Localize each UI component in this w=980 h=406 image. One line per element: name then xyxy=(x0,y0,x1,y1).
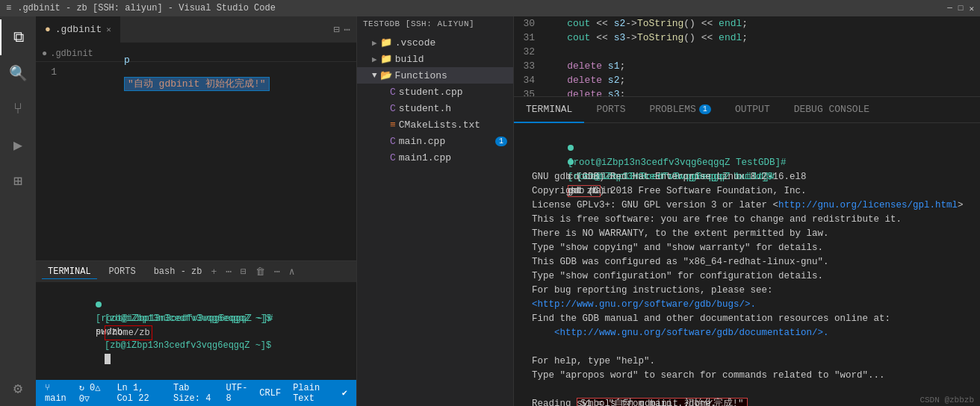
bash-label: bash - zb xyxy=(154,266,202,277)
more-actions-icon[interactable]: ⋯ xyxy=(344,23,350,36)
sidebar-item-maincpp[interactable]: C main.cpp 1 xyxy=(357,133,513,149)
maximize-button[interactable]: □ xyxy=(958,4,964,13)
sidebar-section: ▶ 📁 .vscode ▶ 📁 build ▼ 📂 Functions C st… xyxy=(357,33,513,167)
debug-icon[interactable]: ▶ xyxy=(0,127,36,163)
mt-line-blank xyxy=(523,340,971,355)
editor-content: ● .gdbinit 1 p "自动 gdbinit 初始化完成!" xyxy=(36,43,356,260)
tab-problems[interactable]: PROBLEMS 1 xyxy=(637,97,722,123)
tab-size: Tab Size: 4 xyxy=(173,383,214,404)
mt-line-5: Copyright (C) 2018 Free Software Foundat… xyxy=(523,184,971,199)
ln33: 33 xyxy=(514,60,544,72)
git-branch: ⑂ main xyxy=(45,383,67,404)
build-label: build xyxy=(395,54,424,65)
editor-terminal-tabs: TERMINAL PORTS bash - zb + ⋯ ⊟ 🗑 ⋯ ∧ xyxy=(36,261,356,282)
cpp-icon-main1: C xyxy=(390,152,396,163)
main-badge: 1 xyxy=(495,137,507,146)
file-icon: ● xyxy=(42,49,47,59)
title-text: .gdbinit - zb [SSH: aliyun] - Visual Stu… xyxy=(17,3,276,13)
trash-icon[interactable]: 🗑 xyxy=(255,266,265,278)
term-prompt-3: [zb@iZbp13n3cedfv3vqg6eqgqZ ~]$ xyxy=(105,340,276,351)
window-controls[interactable]: ─ □ ✕ xyxy=(947,4,974,13)
tab-label: .gdbinit xyxy=(55,24,102,35)
sidebar-item-functions[interactable]: ▼ 📂 Functions xyxy=(357,67,513,84)
feedback-icon: ✔ xyxy=(342,387,347,399)
maincpp-label: main.cpp xyxy=(399,136,445,147)
editor-panel: ● .gdbinit ✕ ⊟ ⋯ ● .gdbinit 1 p xyxy=(36,16,357,406)
tab-ports[interactable]: PORTS xyxy=(584,97,637,123)
sidebar-item-cmake[interactable]: ≡ CMakeLists.txt xyxy=(357,116,513,133)
mt-line-4: GNU gdb (GDB) Red Hat Enterprise Linux 8… xyxy=(523,170,971,184)
git-icon[interactable]: ⑂ xyxy=(0,91,36,127)
extensions-icon[interactable]: ⊞ xyxy=(0,163,36,199)
code-line-31: 31 cout << s3->ToString() << endl; xyxy=(514,31,980,45)
mt-line-11: Type "show configuration" for configurat… xyxy=(523,269,971,284)
tab-output[interactable]: OUTPUT xyxy=(723,97,782,123)
ln32: 32 xyxy=(514,46,544,57)
code-top-panel: 30 cout << s2->ToString() << endl; 31 co… xyxy=(514,16,980,97)
mt-line-10: This GDB was configured as "x86_64-redha… xyxy=(523,255,971,269)
problems-tab-label: PROBLEMS xyxy=(649,104,695,115)
sidebar-item-build[interactable]: ▶ 📁 build xyxy=(357,51,513,67)
chevron-right-icon-build: ▶ xyxy=(372,54,377,64)
terminal-tab-terminal[interactable]: TERMINAL xyxy=(42,265,97,279)
split-terminal-icon[interactable]: ⊟ xyxy=(241,266,246,278)
line-number-1: 1 xyxy=(36,66,66,78)
sidebar: TESTGDB [SSH: ALIYUN] ▶ 📁 .vscode ▶ 📁 bu… xyxy=(357,16,514,406)
terminal-tab-label: TERMINAL xyxy=(526,104,572,115)
title-bar: ≡ .gdbinit - zb [SSH: aliyun] - Visual S… xyxy=(0,0,980,16)
ln30: 30 xyxy=(514,18,544,29)
sidebar-item-main1cpp[interactable]: C main1.cpp xyxy=(357,149,513,166)
tab-close[interactable]: ✕ xyxy=(106,25,111,34)
problems-badge: 1 xyxy=(699,104,711,114)
chevron-up-icon[interactable]: ∧ xyxy=(289,266,295,278)
minimize-button[interactable]: ─ xyxy=(947,4,952,13)
sidebar-header: TESTGDB [SSH: ALIYUN] xyxy=(357,16,513,33)
vscode-label: .vscode xyxy=(395,37,436,49)
gdbinit-tab[interactable]: ● .gdbinit ✕ xyxy=(36,16,121,43)
title-icon: ≡ xyxy=(6,3,11,13)
cursor xyxy=(105,354,111,364)
more-terminal-icon[interactable]: ⋯ xyxy=(226,266,232,278)
terminal-tab-ports[interactable]: PORTS xyxy=(103,265,142,278)
ln31-content: cout << s3->ToString() << endl; xyxy=(544,32,748,43)
ln33-content: delete s1; xyxy=(544,60,625,72)
main-terminal-content: [root@iZbp13n3cedfv3vqg6eqgqZ TestGDB]# … xyxy=(514,123,980,406)
mt-line-result: $1 = "自动 gdbinit 初始化完成!" xyxy=(523,383,971,397)
mt-prompt-1: [root@iZbp13n3cedfv3vqg6eqgqZ TestGDB]# xyxy=(568,157,792,168)
close-button[interactable]: ✕ xyxy=(969,4,974,13)
mt-line-14: Find the GDB manual and other documentat… xyxy=(523,312,971,326)
mt-line-15: <http://www.gnu.org/software/gdb/documen… xyxy=(523,326,971,340)
explorer-icon[interactable]: ⧉ xyxy=(0,19,36,55)
mt-line-2: [root@iZbp13n3cedfv3vqg6eqgqZ build]# su… xyxy=(523,142,971,156)
tab-debug-console[interactable]: DEBUG CONSOLE xyxy=(782,97,881,123)
watermark: CSDN @zbbzb xyxy=(919,396,974,405)
mt-line-8: There is NO WARRANTY, to the extent perm… xyxy=(523,227,971,241)
cmake-icon: ≡ xyxy=(390,119,396,131)
search-icon[interactable]: 🔍 xyxy=(0,55,36,91)
output-tab-label: OUTPUT xyxy=(735,104,770,115)
sync-icon: ↻ 0△ 0▽ xyxy=(79,382,105,405)
sidebar-item-studenth[interactable]: C student.h xyxy=(357,100,513,116)
folder-icon-functions: 📂 xyxy=(380,69,392,81)
mt-line-16: For help, type "help". xyxy=(523,355,971,369)
sidebar-item-studentcpp[interactable]: C student.cpp xyxy=(357,84,513,100)
home-zb-highlight: /home/zb xyxy=(105,325,152,340)
remote-icon[interactable]: ⚙ xyxy=(0,370,36,406)
cpp-icon-student: C xyxy=(390,87,396,98)
split-editor-icon[interactable]: ⊟ xyxy=(333,23,339,36)
more2-icon[interactable]: ⋯ xyxy=(274,266,280,278)
link-3: <http://www.gnu.org/software/gdb/documen… xyxy=(554,328,829,338)
ln35-content: delete s3; xyxy=(544,89,625,97)
link-2: <http://www.gnu.org/software/gdb/bugs/>. xyxy=(532,299,756,310)
mt-line-12: For bug reporting instructions, please s… xyxy=(523,284,971,298)
editor-status-bar: ⑂ main ↻ 0△ 0▽ Ln 1, Col 22 Tab Size: 4 … xyxy=(36,380,356,406)
tab-terminal[interactable]: TERMINAL xyxy=(514,97,584,123)
editor-terminal-content: [root@iZbp13n3cedfv3vqg6eqgqZ ~]# su zb … xyxy=(36,282,356,380)
code-line-35: 35 delete s3; xyxy=(514,87,980,97)
ln34-content: delete s2; xyxy=(544,75,625,86)
code-line-32: 32 xyxy=(514,45,980,59)
chevron-down-icon-functions: ▼ xyxy=(372,71,377,80)
plus-icon[interactable]: + xyxy=(211,266,217,278)
sidebar-item-vscode[interactable]: ▶ 📁 .vscode xyxy=(357,34,513,51)
mt-line-13: <http://www.gnu.org/software/gdb/bugs/>. xyxy=(523,298,971,312)
